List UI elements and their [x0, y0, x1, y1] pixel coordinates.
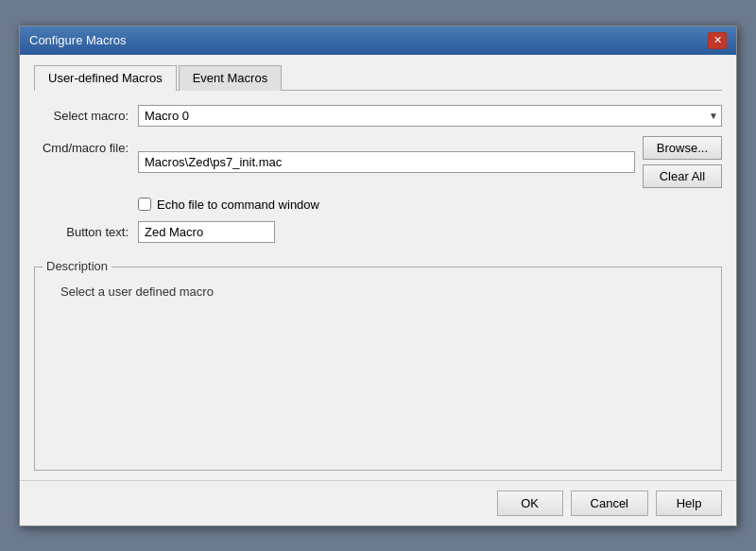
cmd-macro-input[interactable] — [138, 151, 635, 173]
description-text: Select a user defined macro — [46, 275, 710, 308]
help-button[interactable]: Help — [656, 491, 722, 516]
select-macro-dropdown[interactable]: Macro 0 Macro 1 Macro 2 — [138, 105, 722, 127]
select-macro-wrapper: Macro 0 Macro 1 Macro 2 ▼ — [138, 105, 722, 127]
title-bar: Configure Macros ✕ — [20, 26, 736, 55]
description-legend: Description — [43, 259, 112, 273]
button-text-row: Button text: — [34, 221, 722, 243]
echo-checkbox-row: Echo file to command window — [138, 198, 722, 212]
cmd-macro-input-row: Browse... Clear All — [138, 136, 722, 188]
description-fieldset: Description Select a user defined macro — [34, 267, 722, 471]
tab-event-macros[interactable]: Event Macros — [179, 65, 282, 91]
button-text-control-area — [138, 221, 722, 243]
button-text-input[interactable] — [138, 221, 275, 243]
dialog-body: User-defined Macros Event Macros Select … — [20, 55, 736, 480]
cmd-macro-label: Cmd/macro file: — [34, 136, 138, 155]
select-macro-label: Select macro: — [34, 109, 138, 123]
title-bar-left: Configure Macros — [29, 33, 127, 47]
tab-user-defined[interactable]: User-defined Macros — [34, 65, 177, 91]
select-macro-row: Select macro: Macro 0 Macro 1 Macro 2 ▼ — [34, 105, 722, 127]
cmd-macro-row: Cmd/macro file: Browse... Clear All — [34, 136, 722, 188]
echo-label: Echo file to command window — [157, 198, 319, 212]
browse-button[interactable]: Browse... — [643, 136, 722, 160]
dialog-title: Configure Macros — [29, 33, 127, 47]
configure-macros-dialog: Configure Macros ✕ User-defined Macros E… — [19, 26, 737, 526]
tabs-container: User-defined Macros Event Macros — [34, 64, 722, 91]
select-macro-control-area: Macro 0 Macro 1 Macro 2 ▼ — [138, 105, 722, 127]
button-text-label: Button text: — [34, 225, 138, 239]
dialog-footer: OK Cancel Help — [20, 480, 736, 525]
close-button[interactable]: ✕ — [708, 32, 727, 49]
clear-all-button[interactable]: Clear All — [643, 164, 722, 188]
echo-checkbox[interactable] — [138, 198, 151, 211]
form-area: Select macro: Macro 0 Macro 1 Macro 2 ▼ … — [34, 105, 722, 471]
side-buttons: Browse... Clear All — [643, 136, 722, 188]
cancel-button[interactable]: Cancel — [571, 491, 648, 516]
cmd-macro-input-area: Browse... Clear All — [138, 136, 722, 188]
ok-button[interactable]: OK — [497, 491, 563, 516]
